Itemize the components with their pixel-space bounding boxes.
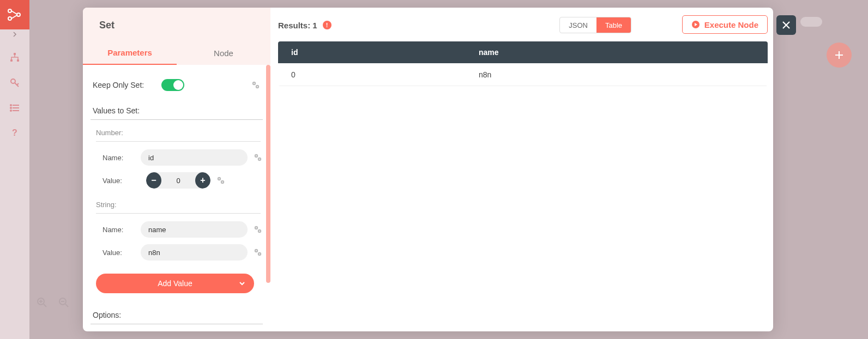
svg-point-31 xyxy=(256,155,257,156)
svg-point-27 xyxy=(254,83,255,84)
svg-point-35 xyxy=(219,178,220,179)
string-name-input[interactable] xyxy=(141,221,248,238)
svg-point-11 xyxy=(10,107,11,108)
svg-point-2 xyxy=(17,13,20,16)
results-table: id name 0 n8n xyxy=(278,41,768,86)
number-value-options-icon[interactable] xyxy=(216,175,226,185)
help-icon[interactable]: ? xyxy=(8,126,21,140)
execute-node-label: Execute Node xyxy=(704,20,758,29)
svg-point-6 xyxy=(11,79,15,83)
app-logo[interactable] xyxy=(0,0,29,29)
number-value-label: Value: xyxy=(103,177,146,185)
svg-rect-5 xyxy=(17,59,19,62)
string-name-options-icon[interactable] xyxy=(253,225,263,234)
chevron-down-icon xyxy=(239,280,245,287)
svg-rect-3 xyxy=(14,53,16,55)
string-value-input[interactable] xyxy=(141,244,248,261)
results-count: 1 xyxy=(312,21,317,30)
execute-node-button[interactable]: Execute Node xyxy=(682,15,768,34)
number-section-label: Number: xyxy=(96,129,261,142)
svg-point-43 xyxy=(256,250,257,251)
stepper-increment[interactable]: + xyxy=(195,172,210,189)
node-editor-modal: Set Parameters Node Keep Only Set: Value… xyxy=(83,8,773,331)
number-value-stepper[interactable]: − 0 + xyxy=(146,172,210,189)
string-section-label: String: xyxy=(96,201,261,214)
svg-point-32 xyxy=(259,159,260,160)
number-name-input[interactable] xyxy=(141,149,248,166)
svg-point-0 xyxy=(8,9,11,13)
column-header-id: id xyxy=(278,48,466,57)
svg-point-10 xyxy=(10,105,11,106)
stepper-decrement[interactable]: − xyxy=(146,172,161,189)
svg-point-36 xyxy=(222,181,223,183)
keep-only-set-label: Keep Only Set: xyxy=(93,81,144,89)
list-icon[interactable] xyxy=(8,101,21,114)
background-toggle xyxy=(800,17,822,27)
results-label: Results: 1 xyxy=(278,21,317,30)
add-node-button[interactable] xyxy=(827,43,852,68)
number-value: 0 xyxy=(161,177,195,185)
svg-line-19 xyxy=(65,304,68,307)
svg-rect-4 xyxy=(10,59,13,62)
expand-sidebar-button[interactable] xyxy=(0,29,29,39)
cell-id: 0 xyxy=(278,70,466,79)
string-value-options-icon[interactable] xyxy=(253,247,263,257)
table-header: id name xyxy=(278,41,768,63)
keep-only-set-options-icon[interactable] xyxy=(251,80,261,90)
tab-parameters[interactable]: Parameters xyxy=(83,41,177,65)
number-name-label: Name: xyxy=(103,154,141,162)
values-to-set-label: Values to Set: xyxy=(91,103,263,120)
column-header-name: name xyxy=(466,48,768,57)
warning-icon[interactable]: ! xyxy=(323,21,331,29)
svg-text:?: ? xyxy=(12,128,17,137)
options-label: Options: xyxy=(91,307,263,324)
table-row[interactable]: 0 n8n xyxy=(278,63,768,86)
tab-node[interactable]: Node xyxy=(177,41,270,65)
workflow-icon[interactable] xyxy=(8,51,21,64)
svg-point-12 xyxy=(10,110,11,111)
view-table-button[interactable]: Table xyxy=(596,17,631,33)
svg-point-1 xyxy=(8,17,11,20)
zoom-out-button[interactable] xyxy=(58,296,70,308)
node-title: Set xyxy=(83,8,270,41)
svg-point-40 xyxy=(259,231,260,232)
svg-point-39 xyxy=(256,227,257,228)
svg-point-44 xyxy=(259,253,260,255)
add-value-label: Add Value xyxy=(158,279,192,288)
svg-line-15 xyxy=(44,304,46,307)
app-sidebar: ? xyxy=(0,0,29,339)
zoom-in-button[interactable] xyxy=(36,296,48,308)
number-name-options-icon[interactable] xyxy=(253,153,263,162)
scroll-indicator[interactable] xyxy=(266,65,270,283)
key-icon[interactable] xyxy=(8,76,21,89)
keep-only-set-toggle[interactable] xyxy=(161,79,184,91)
add-value-button[interactable]: Add Value xyxy=(96,274,254,293)
string-name-label: Name: xyxy=(103,226,141,234)
cell-name: n8n xyxy=(466,70,768,79)
results-panel: Results: 1 ! JSON Table Execute Node id … xyxy=(270,8,773,331)
string-value-label: Value: xyxy=(103,249,141,257)
parameters-panel: Set Parameters Node Keep Only Set: Value… xyxy=(83,8,270,331)
svg-point-28 xyxy=(257,86,258,87)
view-json-button[interactable]: JSON xyxy=(560,17,596,33)
zoom-controls xyxy=(36,296,70,308)
close-button[interactable] xyxy=(776,15,796,35)
view-toggle: JSON Table xyxy=(559,17,631,33)
